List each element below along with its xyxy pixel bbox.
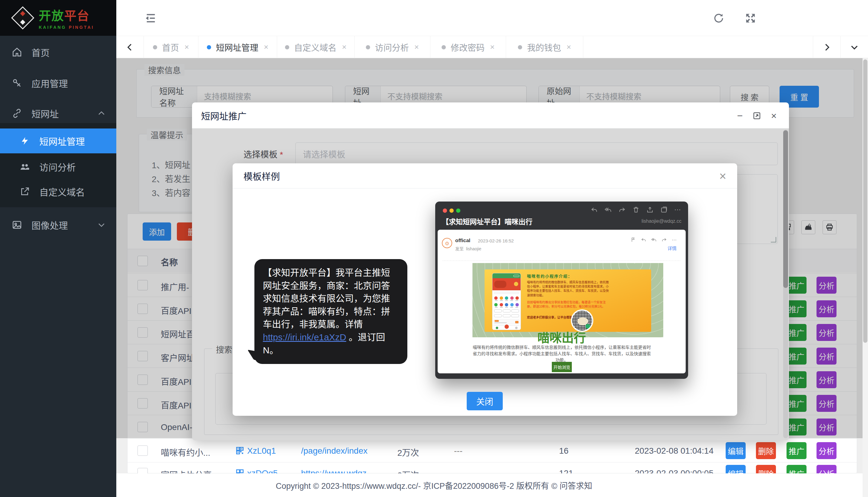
reply-icon[interactable] <box>641 237 646 243</box>
fullscreen-icon[interactable] <box>743 11 758 26</box>
close-icon[interactable]: × <box>719 169 726 183</box>
tab-custom-domain[interactable]: 自定义域名× <box>277 36 355 58</box>
external-link-icon <box>19 187 30 196</box>
sms-short-link[interactable]: https://iri.ink/e1aXzD <box>263 332 346 342</box>
sidebar-item-home[interactable]: 首页 <box>0 42 116 62</box>
card-paragraph-1: 喵咪有约将传统的微信群拼车、顺风车信息搬到线上，依托微信小程序，让乘客和车主能更… <box>527 280 609 298</box>
row-visits: 2万次 <box>397 446 419 458</box>
qr-code-icon[interactable] <box>236 447 244 455</box>
row-time: 2023-02-08 01:04:14 <box>635 446 713 456</box>
sidebar-item-label: 首页 <box>31 45 50 59</box>
analyze-button[interactable]: 分析 <box>816 442 837 459</box>
close-icon[interactable]: × <box>767 109 780 123</box>
email-window: ⋯ 【求知短网址平台】喵咪出行 lishaojie@wdqz.cc o offi… <box>435 201 688 379</box>
logo-title-left: 开放 <box>39 9 64 23</box>
promo-modal-header: 短网址推广 <box>192 102 789 128</box>
edit-button[interactable]: 编辑 <box>726 442 746 459</box>
sidebar-item-label: 自定义域名 <box>39 185 85 198</box>
sidebar-item-label: 访问分析 <box>39 160 76 173</box>
flag-icon[interactable] <box>631 237 636 243</box>
tabs-scroll-left[interactable] <box>116 36 144 58</box>
sidebar-submenu: 短网址管理 访问分析 自定义域名 <box>0 123 116 207</box>
lightning-icon <box>19 137 30 145</box>
phone-icon-row <box>492 302 520 307</box>
tab-close-icon[interactable]: × <box>185 42 189 52</box>
tabs-scroll-right[interactable] <box>813 36 840 58</box>
minimize-icon[interactable]: − <box>733 109 747 123</box>
more-icon[interactable]: ⋯ <box>672 237 677 243</box>
tab-dot <box>207 45 211 49</box>
go-badge-icon <box>514 282 518 286</box>
sidebar-item-label: 短网址管理 <box>39 134 85 147</box>
page-scrollbar-thumb[interactable] <box>863 59 867 343</box>
sample-modal-title: 模板样例 <box>244 169 280 182</box>
move-icon[interactable] <box>660 206 667 213</box>
window-zoom-icon[interactable] <box>456 209 460 213</box>
tab-shorturl-manage[interactable]: 短网址管理× <box>198 36 277 58</box>
phone-route-chips <box>492 309 520 313</box>
logo-title-right: 平台 <box>64 9 90 23</box>
email-big-title: 喵咪出行 <box>438 328 686 346</box>
maximize-icon[interactable] <box>750 109 764 123</box>
reply-all-icon[interactable] <box>604 206 612 213</box>
chevron-down-icon <box>97 220 106 229</box>
table-row-partial[interactable]: 官网卡片分享 xzDQg5 https://www.wdqz 0万次 121 2… <box>128 462 857 474</box>
sidebar-item-shorturl-group[interactable]: 短网址 <box>0 104 116 123</box>
detail-link[interactable]: 详情 <box>667 245 677 251</box>
sidebar-item-apps[interactable]: 应用管理 <box>0 73 116 93</box>
tab-close-icon[interactable]: × <box>567 42 571 52</box>
email-panel: o offical 2023-02-26 16:52 发至 lishaojie … <box>438 230 686 373</box>
forward-icon[interactable] <box>618 206 626 213</box>
refresh-icon[interactable] <box>711 11 726 26</box>
tab-visit-analysis[interactable]: 访问分析× <box>355 36 430 58</box>
menu-fold-icon[interactable] <box>144 11 158 26</box>
tab-close-icon[interactable]: × <box>490 42 495 52</box>
window-minimize-icon[interactable] <box>450 209 454 213</box>
sample-modal: 模板样例 × 【求知开放平台】我平台主推短网址安全服务，商家：北京问答求知信息技… <box>233 164 737 416</box>
tab-change-password[interactable]: 修改密码× <box>430 36 506 58</box>
key-icon <box>12 78 23 88</box>
sms-text-before: 【求知开放平台】我平台主推短网址安全服务，商家：北京问答求知信息技术有限公司，为… <box>263 268 390 329</box>
miniprogram-capsule-icon <box>513 275 519 277</box>
table-row-miaomi[interactable]: 喵咪有约小... XzL0q1 /page/index/index 2万次 --… <box>128 439 857 462</box>
sms-bubble: 【求知开放平台】我平台主推短网址安全服务，商家：北京问答求知信息技术有限公司，为… <box>254 259 407 364</box>
more-icon[interactable]: ⋯ <box>674 206 681 214</box>
row-checkbox[interactable] <box>137 445 148 456</box>
sender-name: offical <box>455 238 470 244</box>
reply-all-icon[interactable] <box>651 237 657 243</box>
copyright-text: Copyright © 2023-https://www.wdqz.cc/- 京… <box>276 480 592 491</box>
window-close-icon[interactable] <box>443 209 447 213</box>
tab-home[interactable]: 首页× <box>144 36 198 58</box>
row-name: 喵咪有约小... <box>161 446 210 458</box>
email-body-paragraph: 喵咪有约将传统的微信群拼车、顺风车信息搬到线上，依托微信小程序，让乘客和车主能更… <box>471 344 653 363</box>
row-slug-link[interactable]: XzL0q1 <box>247 446 276 456</box>
archive-icon[interactable] <box>646 206 653 213</box>
tab-dot <box>285 45 289 49</box>
trash-icon[interactable] <box>632 206 639 213</box>
tab-dot <box>366 45 370 49</box>
tab-close-icon[interactable]: × <box>342 42 347 52</box>
tab-label: 自定义域名 <box>294 41 337 53</box>
delete-row-button[interactable]: 删除 <box>756 442 776 459</box>
forward-icon[interactable] <box>661 237 667 243</box>
sidebar-item-visit-analysis[interactable]: 访问分析 <box>0 157 116 176</box>
start-browsing-button[interactable]: 开始浏览 <box>552 362 572 372</box>
sidebar-item-custom-domain[interactable]: 自定义域名 <box>0 182 116 201</box>
tabs-dropdown[interactable] <box>840 36 868 58</box>
sidebar-item-image-processing[interactable]: 图像处理 <box>0 215 116 235</box>
sidebar-item-shorturl-manage[interactable]: 短网址管理 <box>0 128 116 153</box>
tab-close-icon[interactable]: × <box>414 42 419 52</box>
tab-label: 我的钱包 <box>527 41 561 53</box>
row-target-link[interactable]: /page/index/index <box>301 446 368 456</box>
app-logo[interactable]: 开放平台 KAIFANG PINGTAI <box>0 0 116 36</box>
tab-my-wallet[interactable]: 我的钱包× <box>506 36 583 58</box>
card-paragraph-3: 欢迎老乡们积极分享，让平台帮助更多的人！ <box>527 315 609 320</box>
tab-close-icon[interactable]: × <box>264 42 268 52</box>
reply-icon[interactable] <box>591 206 598 213</box>
sample-modal-header: 模板样例 <box>233 164 737 188</box>
sample-close-button[interactable]: 关闭 <box>467 392 503 410</box>
promote-button[interactable]: 推广 <box>786 442 807 459</box>
tab-bar: 首页× 短网址管理× 自定义域名× 访问分析× 修改密码× 我的钱包× <box>116 36 868 58</box>
tab-dot <box>518 45 522 49</box>
chevron-up-icon <box>97 109 106 118</box>
